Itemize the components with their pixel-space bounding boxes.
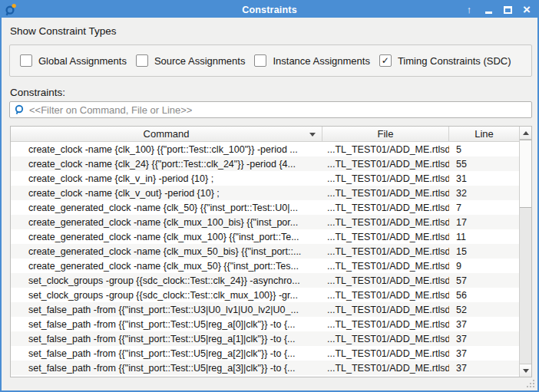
filter-input[interactable] [29,104,528,116]
cell-line: 5 [449,144,519,155]
checkbox-icon[interactable] [20,54,32,67]
cell-line: 7 [449,203,519,213]
cell-command: create_clock -name {clk_100} {{"port::Te… [11,144,322,155]
constraints-heading: Constraints: [10,87,65,98]
cell-command: create_generated_clock -name {clk_50} {{… [11,203,322,213]
column-header-line[interactable]: Line [449,127,519,141]
table-row[interactable]: create_generated_clock -name {clk_mux_10… [11,215,519,229]
triangle-up-icon [523,131,529,135]
checkbox-source-assignments[interactable]: Source Assignments [136,54,246,67]
resize-grip[interactable] [525,378,535,388]
table-row[interactable]: create_generated_clock -name {clk_mux_50… [11,259,519,273]
scrollbar-track[interactable] [520,140,531,364]
table-header: Command File Line [11,127,519,142]
cell-command: create_generated_clock -name {clk_mux_10… [11,217,322,228]
cell-line: 15 [449,246,519,257]
checkbox-icon[interactable] [254,54,266,67]
cell-file: ...TL_TEST01/ADD_ME.rtlsdc [322,144,449,155]
table-row[interactable]: set_clock_groups -group {{sdc_clock::Tes… [11,273,519,288]
constraints-dialog: Constraints ↑ × Show Constraint Types Gl… [0,0,539,392]
cell-file: ...TL_TEST01/ADD_ME.rtlsdc [322,290,449,301]
cell-file: ...TL_TEST01/ADD_ME.rtlsdc [322,363,449,374]
title-bar[interactable]: Constraints ↑ × [2,2,537,18]
cell-command: create_clock -name {clk_v_out} -period {… [11,188,322,199]
scroll-up-button[interactable] [520,127,531,140]
cell-command: create_clock -name {clk_v_in} -period {1… [11,173,322,184]
cell-command: set_false_path -from {{"inst_port::Test:… [11,305,322,315]
close-button[interactable]: × [521,4,533,16]
cell-command: create_clock -name {clk_24} {{"port::Tes… [11,159,322,170]
triangle-down-icon [523,369,529,373]
cell-line: 37 [449,363,519,374]
cell-file: ...TL_TEST01/ADD_ME.rtlsdc [322,348,449,359]
cell-line: 37 [449,348,519,359]
cell-file: ...TL_TEST01/ADD_ME.rtlsdc [322,232,449,242]
cell-command: set_clock_groups -group {{sdc_clock::Tes… [11,290,322,301]
checkbox-timing-constraints-sdc[interactable]: ✓ Timing Constraints (SDC) [379,54,511,67]
scrollbar-thumb[interactable] [520,140,531,208]
table-row[interactable]: create_generated_clock -name {clk_mux_50… [11,244,519,259]
vertical-scrollbar[interactable] [519,127,531,377]
sort-descending-icon [309,133,316,137]
maximize-button[interactable] [501,4,514,16]
table-row[interactable]: set_false_path -from {{"inst_port::Test:… [11,346,519,361]
cell-file: ...TL_TEST01/ADD_ME.rtlsdc [322,159,449,170]
cell-line: 17 [449,217,519,228]
table-body: create_clock -name {clk_100} {{"port::Te… [11,142,519,377]
cell-command: create_generated_clock -name {clk_mux_10… [11,232,322,242]
cell-command: create_generated_clock -name {clk_mux_50… [11,261,322,272]
cell-file: ...TL_TEST01/ADD_ME.rtlsdc [322,261,449,272]
constraint-types-groupbox: Global Assignments Source Assignments In… [9,44,532,77]
cell-line: 37 [449,319,519,330]
column-header-file[interactable]: File [322,127,449,141]
checkbox-label: Source Assignments [154,55,246,67]
cell-file: ...TL_TEST01/ADD_ME.rtlsdc [322,203,449,213]
cell-file: ...TL_TEST01/ADD_ME.rtlsdc [322,246,449,257]
cell-file: ...TL_TEST01/ADD_ME.rtlsdc [322,275,449,286]
table-row[interactable]: set_clock_groups -group {{sdc_clock::Tes… [11,288,519,302]
table-row[interactable]: set_false_path -from {{"inst_port::Test:… [11,331,519,346]
scroll-down-button[interactable] [520,364,531,377]
cell-line: 32 [449,188,519,199]
cell-line: 52 [449,305,519,315]
table-row[interactable]: create_clock -name {clk_v_in} -period {1… [11,171,519,186]
cell-command: set_clock_groups -group {{sdc_clock::Tes… [11,275,322,286]
cell-line: 11 [449,232,519,242]
minimize-icon [485,12,492,14]
table-row[interactable]: set_false_path -from {{"inst_port::Test:… [11,361,519,375]
table-row[interactable]: create_generated_clock -name {clk_50} {{… [11,200,519,215]
checkbox-instance-assignments[interactable]: Instance Assignments [254,54,369,67]
table-row[interactable]: create_generated_clock -name {clk_mux_10… [11,229,519,244]
table-row[interactable]: set_false_path -from {{"inst_port::Test:… [11,375,519,377]
minimize-button[interactable] [482,4,494,16]
cell-command: set_false_path -from {{"inst_port::Test:… [11,348,322,359]
maximize-icon [504,6,512,14]
table-row[interactable]: create_clock -name {clk_24} {{"port::Tes… [11,156,519,171]
checkbox-icon[interactable] [136,54,148,67]
cell-line: 31 [449,173,519,184]
cell-file: ...TL_TEST01/ADD_ME.rtlsdc [322,334,449,344]
checkbox-label: Timing Constraints (SDC) [398,55,511,67]
cell-line: 55 [449,159,519,170]
show-constraint-types-heading: Show Constraint Types [10,25,117,37]
shade-button[interactable]: ↑ [463,4,475,16]
cell-line: 57 [449,275,519,286]
cell-file: ...TL_TEST01/ADD_ME.rtlsdc [322,305,449,315]
checkbox-icon[interactable]: ✓ [379,54,392,67]
cell-command: set_false_path -from {{"inst_port::Test:… [11,363,322,374]
table-row[interactable]: set_false_path -from {{"inst_port::Test:… [11,317,519,331]
filter-box [9,101,532,118]
table-row[interactable]: create_clock -name {clk_100} {{"port::Te… [11,142,519,156]
search-icon [14,104,25,116]
constraints-table: Command File Line create_clock -name {cl… [10,126,532,377]
cell-file: ...TL_TEST01/ADD_ME.rtlsdc [322,188,449,199]
cell-command: set_false_path -from {{"inst_port::Test:… [11,334,322,344]
checkbox-label: Global Assignments [38,55,127,67]
cell-file: ...TL_TEST01/ADD_ME.rtlsdc [322,217,449,228]
cell-command: set_false_path -from {{"inst_port::Test:… [11,319,322,330]
table-row[interactable]: create_clock -name {clk_v_out} -period {… [11,186,519,200]
table-row[interactable]: set_false_path -from {{"inst_port::Test:… [11,302,519,317]
checkbox-global-assignments[interactable]: Global Assignments [20,54,127,67]
column-header-command[interactable]: Command [11,127,322,141]
cell-file: ...TL_TEST01/ADD_ME.rtlsdc [322,319,449,330]
